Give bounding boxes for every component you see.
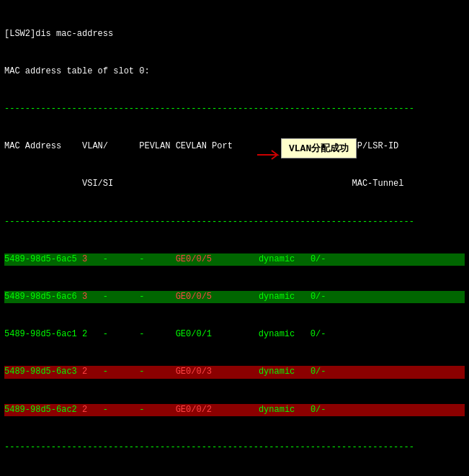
mac-header-2: VSI/SI MAC-Tunnel	[4, 178, 465, 190]
divider-3: ----------------------------------------…	[4, 441, 465, 454]
tooltip-arrow	[256, 148, 283, 162]
mac-row-5: 5489-98d5-6ac2 2 - - GE0/0/2 dynamic 0/-	[4, 404, 465, 416]
mac-header-1: MAC Address VLAN/ PEVLAN CEVLAN Port Typ…	[4, 140, 465, 153]
mac-row-4: 5489-98d5-6ac3 2 - - GE0/0/3 dynamic 0/-	[4, 366, 465, 378]
tooltip-vlan-success: VLAN分配成功	[281, 138, 357, 158]
mac-row-2: 5489-98d5-6ac6 3 - - GE0/0/5 dynamic 0/-	[4, 291, 465, 303]
mac-row-1: 5489-98d5-6ac5 3 - - GE0/0/5 dynamic 0/-	[4, 253, 465, 266]
terminal-window: [LSW2]dis mac-address MAC address table …	[0, 0, 469, 476]
mac-table-title: MAC address table of slot 0:	[4, 66, 465, 78]
cmd-line-1: [LSW2]dis mac-address	[4, 28, 465, 40]
divider-2: ----------------------------------------…	[4, 216, 465, 228]
mac-row-3: 5489-98d5-6ac1 2 - - GE0/0/1 dynamic 0/-	[4, 328, 465, 341]
divider-1: ----------------------------------------…	[4, 103, 465, 115]
